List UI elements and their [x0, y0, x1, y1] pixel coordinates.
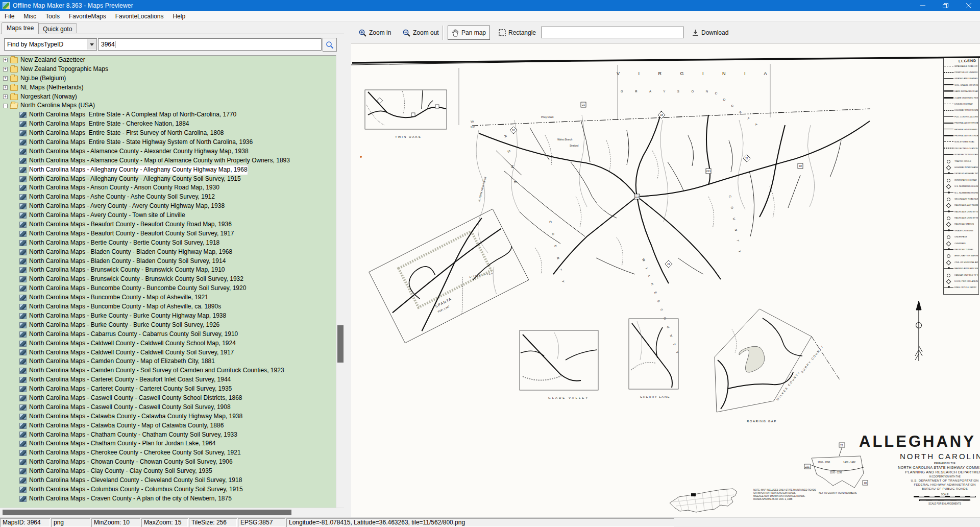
tree-item-map[interactable]: North Carolina Maps - Alleghany County -… — [0, 165, 336, 175]
expand-icon[interactable]: + — [3, 94, 8, 99]
combo-dropdown-button[interactable] — [87, 39, 96, 50]
download-button[interactable]: Download — [688, 26, 732, 40]
legend-label: INTERSTATE HIGHWAY — [954, 179, 977, 181]
menu-favoritelocations[interactable]: FavoriteLocations — [111, 11, 168, 21]
map-thumbnail-icon — [19, 112, 27, 118]
zoom-out-button[interactable]: Zoom out — [399, 26, 443, 40]
tab-maps-tree[interactable]: Maps tree — [2, 22, 39, 34]
tree-item-map[interactable]: North Carolina Maps - Brunswick County -… — [0, 275, 336, 284]
menu-tools[interactable]: Tools — [41, 11, 64, 21]
tree-item-map[interactable]: North Carolina Maps - Buncombe County - … — [0, 293, 336, 302]
tree-item-map[interactable]: North Carolina Maps - Catawba County - C… — [0, 412, 336, 421]
svg-text:Stratford: Stratford — [570, 145, 579, 147]
tree-item-map[interactable]: North Carolina Maps - Ashe County - Ashe… — [0, 193, 336, 202]
tree-item-map[interactable]: North Carolina Maps - Bladen County - Bl… — [0, 257, 336, 266]
restore-button[interactable] — [934, 0, 957, 11]
tree-item-map[interactable]: North Carolina Maps - Columbus County - … — [0, 485, 336, 494]
tab-quick-goto[interactable]: Quick goto — [38, 23, 77, 33]
tree-item-map[interactable]: North Carolina Maps Entire State - First… — [0, 129, 336, 138]
tree-item-label: North Carolina Maps - Bladen County - Bl… — [29, 257, 226, 266]
maps-tree[interactable]: +New Zealand Gazetteer+New Zealand Topog… — [0, 55, 336, 508]
legend-label: DETAILED HIGHWAY INTERCHANGE — [954, 172, 978, 175]
fhwa-line: FEDERAL HIGHWAY ADMINISTRATION — [884, 483, 980, 486]
tree-item-map[interactable]: North Carolina Maps - Avery County - Ave… — [0, 202, 336, 211]
tree-item-map[interactable]: North Carolina Maps - Brunswick County -… — [0, 266, 336, 275]
tree-item-map[interactable]: North Carolina Maps - Beaufort County - … — [0, 220, 336, 229]
tree-item-map[interactable]: North Carolina Maps - Anson County - Ans… — [0, 183, 336, 193]
collapse-icon[interactable]: - — [3, 104, 8, 108]
tree-item-folder[interactable]: +NL Maps (Netherlands) — [0, 83, 336, 92]
tree-item-map[interactable]: North Carolina Maps - Camden County - Ma… — [0, 357, 336, 366]
tree-item-map[interactable]: North Carolina Maps - Alleghany County -… — [0, 175, 336, 184]
tree-item-folder[interactable]: +Ngi.be (Belgium) — [0, 74, 336, 83]
tree-item-label: North Carolina Maps - Burke County - Bur… — [29, 312, 226, 321]
tree-item-map[interactable]: North Carolina Maps - Cherokee County - … — [0, 448, 336, 458]
tree-item-folder[interactable]: +New Zealand Gazetteer — [0, 56, 336, 65]
zoom-in-button[interactable]: Zoom in — [355, 26, 395, 40]
legend-label: U.S. NUMBERED HIGHWAY — [954, 185, 978, 187]
pan-map-button[interactable]: Pan map — [448, 26, 490, 40]
svg-text:221: 221 — [805, 465, 810, 468]
tree-item-map[interactable]: North Carolina Maps - Craven County - A … — [0, 494, 336, 504]
expand-icon[interactable]: + — [3, 67, 8, 71]
tree-item-map[interactable]: North Carolina Maps - Alamance County - … — [0, 147, 336, 156]
tree-item-map[interactable]: North Carolina Maps - Camden County - So… — [0, 366, 336, 375]
tree-item-map[interactable]: North Carolina Maps - Burke County - Bur… — [0, 321, 336, 330]
tree-item-map[interactable]: North Carolina Maps Entire State - State… — [0, 138, 336, 147]
tree-item-map[interactable]: North Carolina Maps - Caswell County - C… — [0, 394, 336, 403]
expand-icon[interactable]: + — [3, 58, 8, 62]
close-button[interactable] — [957, 0, 980, 11]
tree-item-map[interactable]: North Carolina Maps - Caswell County - C… — [0, 403, 336, 412]
tree-item-map[interactable]: North Carolina Maps - Carteret County - … — [0, 375, 336, 385]
tree-item-folder[interactable]: +Norgeskart (Norway) — [0, 92, 336, 102]
tree-horizontal-scrollbar[interactable] — [0, 508, 344, 516]
tree-item-map[interactable]: North Carolina Maps - Buncombe County - … — [0, 284, 336, 293]
tree-item-map[interactable]: North Carolina Maps - Cleveland County -… — [0, 476, 336, 485]
menu-help[interactable]: Help — [168, 11, 190, 21]
map-preview-canvas[interactable]: TWIN OAKS VA N C V I R G I N I A G R A Y… — [351, 43, 980, 517]
tree-item-map[interactable]: North Carolina Maps - Buncombe County - … — [0, 302, 336, 312]
search-input[interactable]: 3964 — [98, 38, 322, 51]
tree-item-folder[interactable]: +New Zealand Topographic Maps — [0, 65, 336, 74]
vertical-scrollbar-thumb[interactable] — [337, 325, 344, 363]
tree-item-folder[interactable]: -North Carolina Maps (USA) — [0, 101, 336, 110]
tree-item-map[interactable]: North Carolina Maps Entire State - Chero… — [0, 119, 336, 129]
tree-item-map[interactable]: North Carolina Maps - Chowan County - Ch… — [0, 458, 336, 467]
svg-text:1300 - 1398: 1300 - 1398 — [818, 461, 830, 464]
search-button[interactable] — [323, 38, 337, 52]
tree-item-map[interactable]: North Carolina Maps - Chatham County - P… — [0, 439, 336, 448]
expand-icon[interactable]: + — [3, 85, 8, 90]
legend-row: 4 LANE UNDIVIDED HIGHWAY — [944, 94, 978, 101]
legend-symbol — [944, 123, 953, 124]
menu-file[interactable]: File — [0, 11, 19, 21]
expand-icon[interactable]: + — [3, 76, 8, 81]
tree-item-map[interactable]: North Carolina Maps - Alamance County - … — [0, 156, 336, 165]
find-mode-select[interactable]: Find by MapsTypeID — [4, 38, 97, 51]
tree-item-map[interactable]: North Carolina Maps - Bladen County - Bl… — [0, 248, 336, 257]
tree-item-map[interactable]: North Carolina Maps - Caldwell County - … — [0, 339, 336, 348]
tree-item-map[interactable]: North Carolina Maps - Cabarrus County - … — [0, 330, 336, 339]
menu-favoritemaps[interactable]: FavoriteMaps — [64, 11, 111, 21]
tree-item-map[interactable]: North Carolina Maps - Burke County - Bur… — [0, 312, 336, 321]
legend-symbol — [944, 254, 953, 257]
minimize-button[interactable] — [911, 0, 934, 11]
tree-item-map[interactable]: North Carolina Maps - Caldwell County - … — [0, 348, 336, 357]
horizontal-scrollbar-thumb[interactable] — [3, 510, 291, 515]
legend-label: FREE OR TOLL FERRY — [954, 286, 976, 289]
folder-icon — [10, 94, 18, 100]
tree-item-map[interactable]: North Carolina Maps Entire State - A Com… — [0, 110, 336, 119]
tree-item-map[interactable]: North Carolina Maps - Beaufort County - … — [0, 229, 336, 238]
menu-misc[interactable]: Misc — [19, 11, 41, 21]
tree-item-map[interactable]: North Carolina Maps - Avery County - Tow… — [0, 211, 336, 220]
tree-item-label: North Carolina Maps - Camden County - Ma… — [29, 357, 215, 366]
tree-item-map[interactable]: North Carolina Maps - Carteret County - … — [0, 385, 336, 394]
tree-item-map[interactable]: North Carolina Maps - Chatham County - C… — [0, 430, 336, 440]
svg-text:21: 21 — [840, 444, 843, 447]
tree-item-map[interactable]: North Carolina Maps - Catawba County - M… — [0, 421, 336, 430]
legend-symbol — [944, 185, 953, 187]
toolbar-text-input[interactable] — [541, 27, 684, 38]
tree-item-map[interactable]: North Carolina Maps - Clay County - Clay… — [0, 467, 336, 476]
tree-vertical-scrollbar[interactable] — [336, 55, 344, 508]
rectangle-button[interactable]: Rectangle — [495, 26, 540, 40]
tree-item-map[interactable]: North Carolina Maps - Bertie County - Be… — [0, 238, 336, 248]
